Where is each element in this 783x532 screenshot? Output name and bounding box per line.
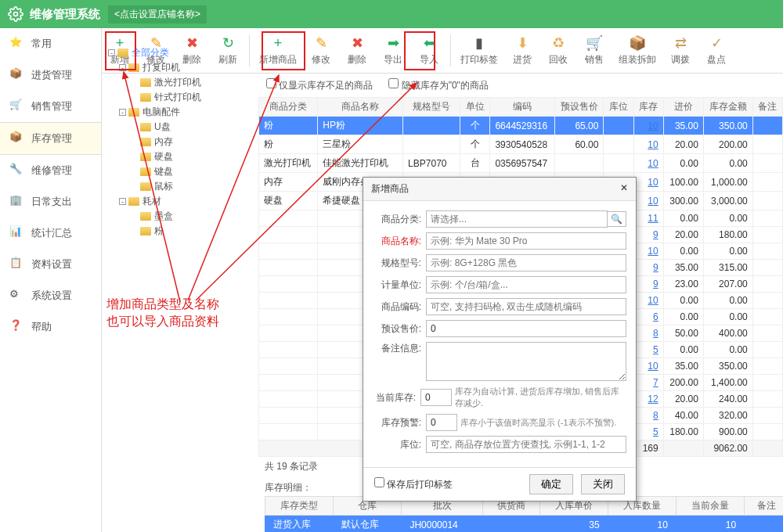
toolbar-进货[interactable]: ⬇进货 <box>504 31 540 70</box>
stock-link[interactable]: 10 <box>648 196 658 207</box>
tree-toggle[interactable]: - <box>108 49 115 56</box>
table-row[interactable]: 激光打印机佳能激光打印机LBP7070台0356957547100.000.00 <box>259 154 783 173</box>
tree-node[interactable]: 鼠标 <box>108 179 252 194</box>
tree-node[interactable]: 墨盒 <box>108 209 252 224</box>
tree-node[interactable]: 硬盘 <box>108 149 252 164</box>
stock-link[interactable]: 12 <box>648 394 658 404</box>
col-header[interactable]: 编码 <box>490 98 554 117</box>
col-header[interactable]: 库存金额 <box>703 98 752 117</box>
toolbar-新增商品[interactable]: +新增商品 <box>253 31 303 70</box>
shop-name-link[interactable]: <点击设置店铺名称> <box>108 5 207 23</box>
nav-icon: 📋 <box>9 257 25 272</box>
app-title: 维修管理系统 <box>30 7 100 22</box>
sidebar-item-4[interactable]: 🔧维修管理 <box>0 155 101 186</box>
cancel-button[interactable]: 关闭 <box>581 474 625 494</box>
toolbar-调拨[interactable]: ⇄调拨 <box>662 31 698 70</box>
sidebar-item-7[interactable]: 📋资料设置 <box>0 249 101 280</box>
folder-icon <box>140 138 151 146</box>
warn-input[interactable] <box>426 414 457 431</box>
stock-link[interactable]: 10 <box>648 120 658 131</box>
search-icon[interactable]: 🔍 <box>607 211 626 227</box>
stock-link[interactable]: 10 <box>648 139 658 150</box>
code-input[interactable] <box>426 298 626 315</box>
toolbar-导入[interactable]: ⬅导入 <box>411 31 447 70</box>
checkbox-low-stock[interactable]: 仅显示库存不足的商品 <box>266 78 373 92</box>
stock-link[interactable]: 7 <box>653 377 659 388</box>
sidebar-item-5[interactable]: 🏢日常支出 <box>0 186 101 217</box>
unit-input[interactable] <box>426 276 626 293</box>
stock-link[interactable]: 10 <box>648 361 658 372</box>
col-header[interactable]: 预设售价 <box>554 98 604 117</box>
tree-node[interactable]: -耗材 <box>108 194 252 209</box>
tree-toggle[interactable]: - <box>119 109 126 116</box>
stock-link[interactable]: 9 <box>653 262 659 273</box>
tree-node[interactable]: 键盘 <box>108 164 252 179</box>
tree-node[interactable]: -全部分类 <box>108 45 252 60</box>
save-print-checkbox[interactable]: 保存后打印标签 <box>374 477 453 491</box>
stock-link[interactable]: 10 <box>648 177 658 188</box>
sidebar-item-6[interactable]: 📊统计汇总 <box>0 217 101 249</box>
tree-node[interactable]: 激光打印机 <box>108 75 252 90</box>
tree-toggle[interactable]: - <box>119 64 126 71</box>
stock-link[interactable]: 10 <box>648 158 658 169</box>
sidebar-item-0[interactable]: ⭐常用 <box>0 28 101 59</box>
name-input[interactable] <box>426 232 626 250</box>
toolbar-icon: ✖ <box>348 34 366 52</box>
sidebar-item-8[interactable]: ⚙系统设置 <box>0 280 101 311</box>
toolbar-删除[interactable]: ✖删除 <box>339 31 375 70</box>
sidebar-item-2[interactable]: 🛒销售管理 <box>0 91 101 122</box>
stock-link[interactable]: 5 <box>653 426 659 437</box>
stock-link[interactable]: 5 <box>653 344 659 355</box>
close-icon[interactable]: ✕ <box>620 182 628 196</box>
stock-link[interactable]: 10 <box>648 295 658 306</box>
toolbar-打印标签[interactable]: ▮打印标签 <box>454 31 504 70</box>
col-header[interactable]: 进价 <box>663 98 703 117</box>
tree-node[interactable]: -电脑配件 <box>108 105 252 120</box>
toolbar-回收[interactable]: ♻回收 <box>540 31 576 70</box>
col-header[interactable]: 规格型号 <box>403 98 460 117</box>
stock-link[interactable]: 9 <box>653 279 659 289</box>
sidebar-item-1[interactable]: 📦进货管理 <box>0 59 101 91</box>
tree-toggle[interactable]: - <box>119 198 126 205</box>
stock-input[interactable] <box>420 389 452 406</box>
tree-node[interactable]: U盘 <box>108 120 252 135</box>
toolbar-修改[interactable]: ✎修改 <box>303 31 339 70</box>
folder-icon <box>117 49 128 57</box>
loc-input[interactable] <box>426 436 626 453</box>
sidebar-item-9[interactable]: ❓帮助 <box>0 311 101 343</box>
folder-icon <box>140 182 151 191</box>
stock-link[interactable]: 8 <box>653 328 659 339</box>
ok-button[interactable]: 确定 <box>529 474 573 494</box>
price-input[interactable] <box>426 320 626 337</box>
stock-link[interactable]: 9 <box>653 229 659 240</box>
tree-node[interactable]: -打复印机 <box>108 60 252 75</box>
nav-icon: 📊 <box>9 225 25 241</box>
stock-link[interactable]: 10 <box>648 246 658 257</box>
detail-row[interactable]: 进货入库默认仓库JH0000014351010 <box>265 516 784 533</box>
toolbar-导出[interactable]: ➡导出 <box>375 31 411 70</box>
sidebar-item-3[interactable]: 📦库存管理 <box>0 122 101 155</box>
tree-node[interactable]: 粉 <box>108 224 252 239</box>
stock-link[interactable]: 8 <box>653 410 659 421</box>
stock-link[interactable]: 11 <box>648 213 658 224</box>
stock-link[interactable]: 6 <box>653 311 659 322</box>
table-row[interactable]: 粉HP粉个664452931665.001035.00350.00 <box>259 117 783 135</box>
col-header[interactable]: 单位 <box>460 98 490 117</box>
toolbar-销售[interactable]: 🛒销售 <box>576 31 612 70</box>
sidebar: ⭐常用📦进货管理🛒销售管理📦库存管理🔧维修管理🏢日常支出📊统计汇总📋资料设置⚙系… <box>0 28 102 532</box>
note-input[interactable] <box>426 342 626 381</box>
col-header[interactable]: 商品分类 <box>259 98 318 117</box>
col-header[interactable]: 库位 <box>604 98 633 117</box>
col-header[interactable]: 库存 <box>633 98 663 117</box>
col-header[interactable]: 备注 <box>752 98 782 117</box>
tree-node[interactable]: 内存 <box>108 135 252 149</box>
category-select[interactable] <box>426 210 608 228</box>
checkbox-hide-zero[interactable]: 隐藏库存为"0"的商品 <box>388 78 489 92</box>
table-row[interactable]: 粉三星粉个393054052860.001020.00200.00 <box>259 135 783 154</box>
col-header[interactable]: 商品名称 <box>318 98 403 117</box>
tree-node[interactable]: 针式打印机 <box>108 90 252 105</box>
toolbar-盘点[interactable]: ✓盘点 <box>698 31 734 70</box>
nav-icon: 📦 <box>9 131 25 146</box>
toolbar-组装拆卸[interactable]: 📦组装拆卸 <box>612 31 662 70</box>
spec-input[interactable] <box>426 254 626 271</box>
